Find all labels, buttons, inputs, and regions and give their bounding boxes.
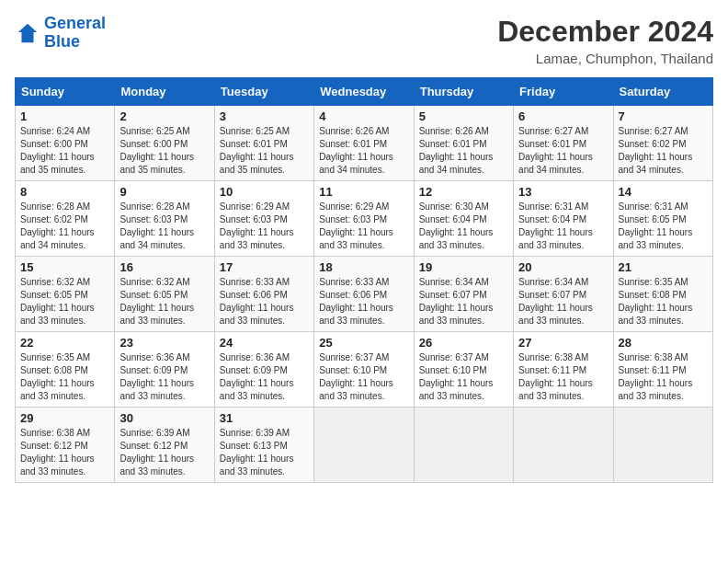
- day-info: Sunrise: 6:37 AM Sunset: 6:10 PM Dayligh…: [419, 351, 508, 403]
- table-row: [414, 408, 513, 483]
- day-number: 11: [319, 185, 408, 199]
- col-sunday: Sunday: [16, 78, 115, 106]
- day-info: Sunrise: 6:28 AM Sunset: 6:02 PM Dayligh…: [20, 201, 109, 252]
- day-number: 9: [119, 185, 209, 199]
- day-info: Sunrise: 6:25 AM Sunset: 6:01 PM Dayligh…: [220, 125, 309, 177]
- day-info: Sunrise: 6:30 AM Sunset: 6:04 PM Dayligh…: [419, 201, 508, 252]
- table-row: [514, 408, 613, 483]
- table-row: 18 Sunrise: 6:33 AM Sunset: 6:06 PM Dayl…: [314, 257, 414, 332]
- table-row: 22 Sunrise: 6:35 AM Sunset: 6:08 PM Dayl…: [16, 332, 115, 408]
- month-title: December 2024: [497, 15, 713, 49]
- day-info: Sunrise: 6:36 AM Sunset: 6:09 PM Dayligh…: [119, 351, 209, 403]
- table-row: 19 Sunrise: 6:34 AM Sunset: 6:07 PM Dayl…: [414, 257, 513, 332]
- table-row: 29 Sunrise: 6:38 AM Sunset: 6:12 PM Dayl…: [16, 408, 115, 483]
- logo-icon: [15, 20, 40, 46]
- day-number: 25: [319, 336, 408, 350]
- table-row: 8 Sunrise: 6:28 AM Sunset: 6:02 PM Dayli…: [16, 181, 115, 257]
- day-info: Sunrise: 6:39 AM Sunset: 6:12 PM Dayligh…: [119, 427, 209, 478]
- table-row: [613, 408, 712, 483]
- day-number: 31: [220, 411, 309, 425]
- day-info: Sunrise: 6:31 AM Sunset: 6:04 PM Dayligh…: [518, 201, 608, 252]
- day-info: Sunrise: 6:38 AM Sunset: 6:11 PM Dayligh…: [518, 351, 608, 403]
- table-row: 3 Sunrise: 6:25 AM Sunset: 6:01 PM Dayli…: [214, 106, 313, 181]
- table-row: 30 Sunrise: 6:39 AM Sunset: 6:12 PM Dayl…: [115, 408, 214, 483]
- table-row: 28 Sunrise: 6:38 AM Sunset: 6:11 PM Dayl…: [613, 332, 712, 408]
- calendar-week-row: 1 Sunrise: 6:24 AM Sunset: 6:00 PM Dayli…: [16, 106, 713, 181]
- day-info: Sunrise: 6:28 AM Sunset: 6:03 PM Dayligh…: [119, 201, 209, 252]
- day-number: 3: [220, 109, 309, 123]
- table-row: 5 Sunrise: 6:26 AM Sunset: 6:01 PM Dayli…: [414, 106, 513, 181]
- table-row: 2 Sunrise: 6:25 AM Sunset: 6:00 PM Dayli…: [115, 106, 214, 181]
- table-row: 26 Sunrise: 6:37 AM Sunset: 6:10 PM Dayl…: [414, 332, 513, 408]
- day-number: 23: [119, 336, 209, 350]
- table-row: 6 Sunrise: 6:27 AM Sunset: 6:01 PM Dayli…: [514, 106, 613, 181]
- header: General Blue December 2024 Lamae, Chumph…: [15, 15, 713, 66]
- day-info: Sunrise: 6:31 AM Sunset: 6:05 PM Dayligh…: [619, 201, 708, 252]
- day-info: Sunrise: 6:32 AM Sunset: 6:05 PM Dayligh…: [20, 276, 109, 327]
- col-thursday: Thursday: [414, 78, 513, 106]
- day-info: Sunrise: 6:26 AM Sunset: 6:01 PM Dayligh…: [319, 125, 408, 177]
- col-friday: Friday: [514, 78, 613, 106]
- calendar-week-row: 8 Sunrise: 6:28 AM Sunset: 6:02 PM Dayli…: [16, 181, 713, 257]
- day-info: Sunrise: 6:34 AM Sunset: 6:07 PM Dayligh…: [518, 276, 608, 327]
- day-number: 15: [20, 260, 109, 274]
- calendar-week-row: 29 Sunrise: 6:38 AM Sunset: 6:12 PM Dayl…: [16, 408, 713, 483]
- day-number: 13: [518, 185, 608, 199]
- day-number: 18: [319, 260, 408, 274]
- location-title: Lamae, Chumphon, Thailand: [497, 51, 713, 66]
- day-number: 5: [419, 109, 508, 123]
- table-row: 25 Sunrise: 6:37 AM Sunset: 6:10 PM Dayl…: [314, 332, 414, 408]
- day-number: 7: [619, 109, 708, 123]
- title-area: December 2024 Lamae, Chumphon, Thailand: [497, 15, 713, 66]
- col-wednesday: Wednesday: [314, 78, 414, 106]
- day-info: Sunrise: 6:39 AM Sunset: 6:13 PM Dayligh…: [220, 427, 309, 478]
- svg-marker-0: [18, 24, 38, 43]
- day-info: Sunrise: 6:32 AM Sunset: 6:05 PM Dayligh…: [119, 276, 209, 327]
- day-number: 26: [419, 336, 508, 350]
- day-number: 16: [119, 260, 209, 274]
- day-number: 2: [119, 109, 209, 123]
- day-number: 27: [518, 336, 608, 350]
- day-number: 30: [119, 411, 209, 425]
- day-info: Sunrise: 6:26 AM Sunset: 6:01 PM Dayligh…: [419, 125, 508, 177]
- day-info: Sunrise: 6:33 AM Sunset: 6:06 PM Dayligh…: [319, 276, 408, 327]
- day-info: Sunrise: 6:25 AM Sunset: 6:00 PM Dayligh…: [119, 125, 209, 177]
- table-row: 9 Sunrise: 6:28 AM Sunset: 6:03 PM Dayli…: [115, 181, 214, 257]
- day-number: 29: [20, 411, 109, 425]
- day-number: 14: [619, 185, 708, 199]
- day-info: Sunrise: 6:27 AM Sunset: 6:02 PM Dayligh…: [619, 125, 708, 177]
- day-number: 12: [419, 185, 508, 199]
- logo: General Blue: [15, 15, 106, 52]
- table-row: 27 Sunrise: 6:38 AM Sunset: 6:11 PM Dayl…: [514, 332, 613, 408]
- day-info: Sunrise: 6:34 AM Sunset: 6:07 PM Dayligh…: [419, 276, 508, 327]
- table-row: 13 Sunrise: 6:31 AM Sunset: 6:04 PM Dayl…: [514, 181, 613, 257]
- table-row: 1 Sunrise: 6:24 AM Sunset: 6:00 PM Dayli…: [16, 106, 115, 181]
- day-info: Sunrise: 6:35 AM Sunset: 6:08 PM Dayligh…: [619, 276, 708, 327]
- calendar-week-row: 22 Sunrise: 6:35 AM Sunset: 6:08 PM Dayl…: [16, 332, 713, 408]
- table-row: 14 Sunrise: 6:31 AM Sunset: 6:05 PM Dayl…: [613, 181, 712, 257]
- table-row: 7 Sunrise: 6:27 AM Sunset: 6:02 PM Dayli…: [613, 106, 712, 181]
- table-row: 15 Sunrise: 6:32 AM Sunset: 6:05 PM Dayl…: [16, 257, 115, 332]
- day-info: Sunrise: 6:29 AM Sunset: 6:03 PM Dayligh…: [220, 201, 309, 252]
- table-row: 17 Sunrise: 6:33 AM Sunset: 6:06 PM Dayl…: [214, 257, 313, 332]
- col-saturday: Saturday: [613, 78, 712, 106]
- day-number: 1: [20, 109, 109, 123]
- calendar-week-row: 15 Sunrise: 6:32 AM Sunset: 6:05 PM Dayl…: [16, 257, 713, 332]
- day-info: Sunrise: 6:37 AM Sunset: 6:10 PM Dayligh…: [319, 351, 408, 403]
- table-row: [314, 408, 414, 483]
- day-info: Sunrise: 6:27 AM Sunset: 6:01 PM Dayligh…: [518, 125, 608, 177]
- table-row: 24 Sunrise: 6:36 AM Sunset: 6:09 PM Dayl…: [214, 332, 313, 408]
- col-monday: Monday: [115, 78, 214, 106]
- table-row: 16 Sunrise: 6:32 AM Sunset: 6:05 PM Dayl…: [115, 257, 214, 332]
- table-row: 20 Sunrise: 6:34 AM Sunset: 6:07 PM Dayl…: [514, 257, 613, 332]
- col-tuesday: Tuesday: [214, 78, 313, 106]
- day-number: 24: [220, 336, 309, 350]
- day-number: 6: [518, 109, 608, 123]
- day-number: 8: [20, 185, 109, 199]
- day-number: 20: [518, 260, 608, 274]
- logo-line2: Blue: [44, 33, 106, 52]
- logo-text: General Blue: [44, 15, 106, 52]
- table-row: 10 Sunrise: 6:29 AM Sunset: 6:03 PM Dayl…: [214, 181, 313, 257]
- day-info: Sunrise: 6:29 AM Sunset: 6:03 PM Dayligh…: [319, 201, 408, 252]
- table-row: 31 Sunrise: 6:39 AM Sunset: 6:13 PM Dayl…: [214, 408, 313, 483]
